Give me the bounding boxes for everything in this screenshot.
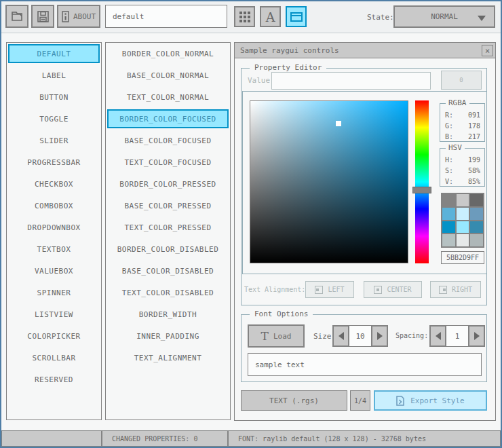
format-page-button[interactable]: 1/4 <box>350 390 370 411</box>
controls-list-item[interactable]: BUTTON <box>8 88 100 107</box>
arrow-right-icon <box>474 332 480 340</box>
export-format-label: TEXT (.rgs) <box>269 396 319 405</box>
rguistyler-app: ABOUT A State: NORMAL DEFAULTLABELBUTTON… <box>0 0 502 448</box>
hue-slider-handle[interactable] <box>412 187 431 193</box>
value-apply-button[interactable]: 0 <box>441 71 482 90</box>
style-color-swatch[interactable] <box>457 208 469 220</box>
sample-text-box[interactable]: sample text <box>248 353 482 376</box>
hsv-rows: H:199S:58%V:85% <box>445 154 484 187</box>
font-load-button[interactable]: T Load <box>248 324 305 348</box>
style-color-swatch[interactable] <box>442 221 455 234</box>
format-page-label: 1/4 <box>354 397 366 405</box>
style-color-swatch[interactable] <box>442 208 455 220</box>
controls-list-item[interactable]: TOGGLE <box>8 109 100 128</box>
value-input[interactable] <box>271 72 431 90</box>
style-colors-grid <box>441 193 484 248</box>
properties-list-item[interactable]: BORDER_COLOR_NORMAL <box>107 44 229 63</box>
align-center-label: CENTER <box>387 286 411 293</box>
style-color-swatch[interactable] <box>470 234 483 246</box>
controls-list-item[interactable]: DEFAULT <box>8 44 100 63</box>
color-cursor[interactable] <box>336 121 341 126</box>
properties-list-item[interactable]: TEXT_COLOR_DISABLED <box>107 283 229 302</box>
controls-list-item[interactable]: RESERVED <box>8 370 100 389</box>
align-right-label: RIGHT <box>452 286 472 293</box>
controls-list-item[interactable]: CHECKBOX <box>8 174 100 193</box>
controls-list-item[interactable]: LABEL <box>8 66 100 85</box>
toolbar: ABOUT A State: NORMAL <box>0 0 502 33</box>
properties-list-item[interactable]: BASE_COLOR_DISABLED <box>107 261 229 280</box>
export-format-button[interactable]: TEXT (.rgs) <box>241 390 347 411</box>
align-right-button[interactable]: RIGHT <box>430 281 481 298</box>
hsv-group-label: HSV <box>446 143 465 152</box>
folder-open-icon <box>11 11 23 22</box>
spacing-value-box[interactable]: 1 <box>446 325 469 347</box>
controls-list-item[interactable]: VALUEBOX <box>8 261 100 280</box>
style-color-swatch[interactable] <box>457 194 469 206</box>
hex-color-text: 5BB2D9FF <box>446 254 479 261</box>
properties-list-item[interactable]: TEXT_COLOR_FOCUSED <box>107 153 229 172</box>
color-component-row: V:85% <box>445 176 484 187</box>
controls-list-item[interactable]: DROPDOWNBOX <box>8 218 100 237</box>
color-saturation-value-area[interactable] <box>250 100 408 263</box>
controls-view-button[interactable] <box>286 6 307 27</box>
color-component-row: R:091 <box>445 109 484 120</box>
properties-list-item[interactable]: BASE_COLOR_FOCUSED <box>107 131 229 150</box>
properties-list-item[interactable]: BASE_COLOR_NORMAL <box>107 66 229 85</box>
color-component-row: H:199 <box>445 154 484 165</box>
controls-list-item[interactable]: TEXTBOX <box>8 240 100 259</box>
state-dropdown[interactable]: NORMAL <box>393 5 495 28</box>
open-style-button[interactable] <box>5 5 28 28</box>
controls-list-item[interactable]: SCROLLBAR <box>8 348 100 367</box>
state-label: State: <box>367 13 394 22</box>
properties-list-item[interactable]: BORDER_WIDTH <box>107 305 229 324</box>
hue-slider[interactable] <box>415 100 429 263</box>
controls-list-item[interactable]: PROGRESSBAR <box>8 153 100 172</box>
export-style-button[interactable]: Export Style <box>374 390 487 411</box>
size-value-box[interactable]: 10 <box>349 325 372 347</box>
color-component-row: S:58% <box>445 165 484 176</box>
style-color-swatch[interactable] <box>442 194 455 206</box>
align-center-button[interactable]: CENTER <box>364 281 422 298</box>
properties-list-item[interactable]: BORDER_COLOR_DISABLED <box>107 240 229 259</box>
properties-list-item[interactable]: INNER_PADDING <box>107 326 229 346</box>
properties-list-item[interactable]: TEXT_ALIGNMENT <box>107 348 229 367</box>
align-center-icon <box>374 286 382 294</box>
controls-list-item[interactable]: LISTVIEW <box>8 305 100 324</box>
style-color-swatch[interactable] <box>470 208 483 220</box>
properties-list-item[interactable]: BORDER_COLOR_FOCUSED <box>107 109 229 128</box>
about-button[interactable]: ABOUT <box>57 5 100 28</box>
font-load-label: Load <box>273 332 292 341</box>
size-decrease-button[interactable] <box>332 325 349 347</box>
properties-list-item[interactable]: BORDER_COLOR_PRESSED <box>107 174 229 193</box>
save-style-button[interactable] <box>31 5 54 28</box>
component-value: 199 <box>468 156 480 164</box>
style-color-swatch[interactable] <box>470 221 483 234</box>
style-color-swatch[interactable] <box>457 221 469 234</box>
controls-list-item[interactable]: COLORPICKER <box>8 326 100 346</box>
properties-list-item[interactable]: TEXT_COLOR_NORMAL <box>107 88 229 107</box>
style-table-view-button[interactable] <box>234 6 255 27</box>
about-button-label: ABOUT <box>73 12 96 21</box>
spacing-increase-button[interactable] <box>468 325 485 347</box>
color-component-row: G:178 <box>445 120 484 131</box>
properties-list-item[interactable]: BASE_COLOR_PRESSED <box>107 196 229 215</box>
style-color-swatch[interactable] <box>470 194 483 206</box>
align-left-button[interactable]: LEFT <box>305 281 354 298</box>
arrow-left-icon <box>339 332 344 340</box>
style-color-swatch[interactable] <box>442 234 455 246</box>
chevron-down-icon <box>478 16 486 21</box>
component-value: 091 <box>468 111 480 119</box>
font-view-button[interactable]: A <box>260 6 281 27</box>
size-increase-button[interactable] <box>371 325 388 347</box>
controls-list-item[interactable]: SLIDER <box>8 131 100 150</box>
window-panel-icon <box>290 12 303 22</box>
spacing-decrease-button[interactable] <box>429 325 446 347</box>
controls-list-item[interactable]: COMBOBOX <box>8 196 100 215</box>
style-color-swatch[interactable] <box>457 234 469 246</box>
close-button[interactable]: × <box>482 45 493 56</box>
properties-list-item[interactable]: TEXT_COLOR_PRESSED <box>107 218 229 237</box>
style-name-input[interactable] <box>105 5 227 28</box>
controls-list-item[interactable]: SPINNER <box>8 283 100 302</box>
hex-color-value[interactable]: 5BB2D9FF <box>441 251 484 264</box>
rgba-group: RGBA R:091G:178B:217 <box>440 103 485 142</box>
